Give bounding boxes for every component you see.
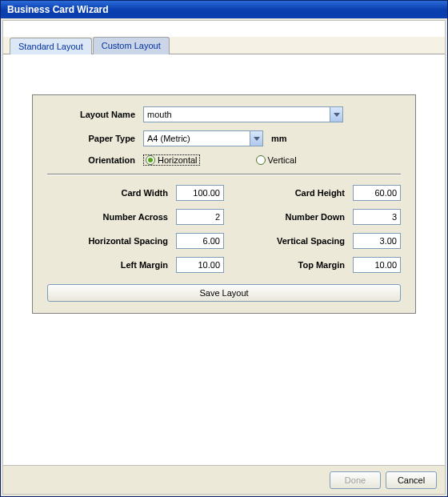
tab-body: Layout Name mouth Paper Type A4 (Metric): [3, 54, 445, 465]
tab-bar: Standard Layout Custom Layout: [3, 37, 445, 54]
save-layout-button[interactable]: Save Layout: [47, 284, 401, 302]
radio-vertical[interactable]: Vertical: [256, 155, 297, 165]
radio-icon: [146, 155, 155, 165]
number-across-input[interactable]: [176, 209, 224, 225]
measurement-grid: Card Width Card Height Number Across Num…: [47, 185, 401, 281]
horizontal-spacing-input[interactable]: [176, 233, 224, 249]
divider: [47, 174, 401, 175]
titlebar: Business Card Wizard: [1, 1, 447, 18]
tab-custom-layout[interactable]: Custom Layout: [93, 37, 170, 54]
vertical-spacing-input[interactable]: [353, 233, 401, 249]
label-layout-name: Layout Name: [47, 110, 143, 119]
left-margin-input[interactable]: [176, 257, 224, 273]
wizard-window: Business Card Wizard Standard Layout Cus…: [0, 0, 448, 497]
paper-type-combo[interactable]: A4 (Metric): [143, 130, 263, 146]
radio-vertical-label: Vertical: [268, 155, 297, 165]
label-orientation: Orientation: [47, 155, 143, 165]
paper-unit: mm: [271, 134, 287, 143]
layout-name-combo[interactable]: mouth: [143, 106, 343, 122]
layout-panel: Layout Name mouth Paper Type A4 (Metric): [32, 94, 416, 314]
window-title: Business Card Wizard: [7, 4, 109, 15]
cancel-button[interactable]: Cancel: [386, 471, 437, 489]
footer: Done Cancel: [3, 465, 445, 494]
content-area: Standard Layout Custom Layout Layout Nam…: [2, 20, 446, 495]
radio-icon: [256, 155, 266, 165]
svg-marker-1: [254, 137, 260, 141]
number-down-input[interactable]: [353, 209, 401, 225]
chevron-down-icon[interactable]: [250, 131, 262, 146]
radio-horizontal[interactable]: Horizontal: [143, 154, 200, 166]
svg-marker-0: [334, 113, 340, 117]
label-card-width: Card Width: [47, 188, 176, 198]
label-card-height: Card Height: [224, 188, 353, 198]
radio-horizontal-label: Horizontal: [158, 155, 198, 165]
label-number-across: Number Across: [47, 212, 176, 222]
card-width-input[interactable]: [176, 185, 224, 201]
tab-label: Standard Layout: [18, 42, 83, 51]
label-vertical-spacing: Vertical Spacing: [224, 236, 353, 246]
label-left-margin: Left Margin: [47, 260, 176, 270]
label-paper-type: Paper Type: [47, 134, 143, 143]
label-number-down: Number Down: [224, 212, 353, 222]
done-button[interactable]: Done: [330, 471, 381, 489]
tab-standard-layout[interactable]: Standard Layout: [10, 38, 92, 54]
chevron-down-icon[interactable]: [330, 107, 342, 122]
label-top-margin: Top Margin: [224, 260, 353, 270]
layout-name-value: mouth: [147, 110, 172, 119]
paper-type-value: A4 (Metric): [147, 134, 190, 143]
card-height-input[interactable]: [353, 185, 401, 201]
tab-label: Custom Layout: [102, 41, 161, 50]
label-horizontal-spacing: Horizontal Spacing: [47, 236, 176, 246]
top-margin-input[interactable]: [353, 257, 401, 273]
